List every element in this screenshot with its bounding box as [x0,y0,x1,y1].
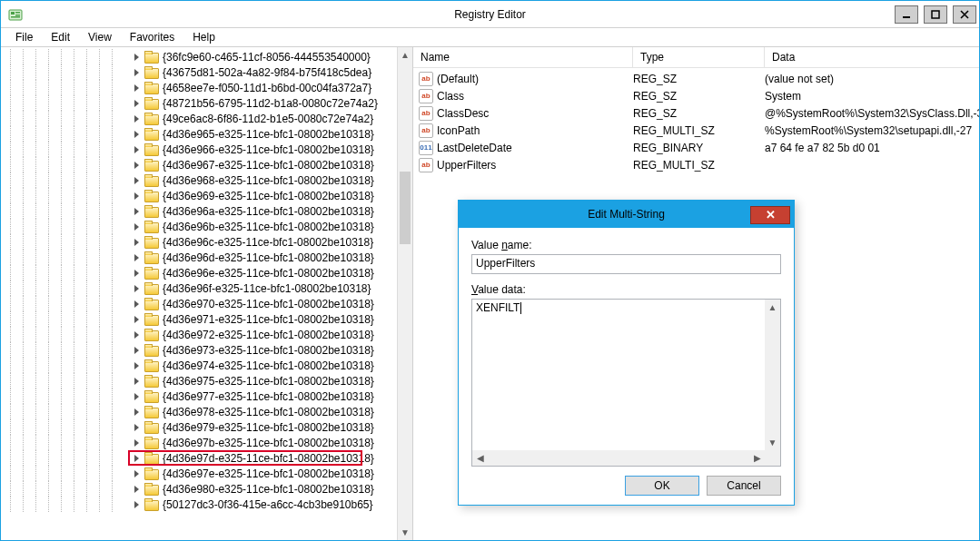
tree-expander-icon[interactable] [132,52,143,63]
tree-item[interactable]: {4d36e96a-e325-11ce-bfc1-08002be10318} [1,203,397,219]
tree-expander-icon[interactable] [132,129,143,140]
tree-item[interactable]: {4d36e96f-e325-11ce-bfc1-08002be10318} [1,280,397,296]
minimize-button[interactable] [895,5,918,24]
tree-item[interactable]: {4d36e96c-e325-11ce-bfc1-08002be10318} [1,234,397,250]
tree-item[interactable]: {4d36e970-e325-11ce-bfc1-08002be10318} [1,296,397,311]
value-row[interactable]: abClassDescREG_SZ@%SystemRoot%\System32\… [413,104,979,122]
tree-item[interactable]: {4d36e968-e325-11ce-bfc1-08002be10318} [1,172,397,188]
tree-item[interactable]: {4d36e96e-e325-11ce-bfc1-08002be10318} [1,265,397,280]
tree-expander-icon[interactable] [132,160,143,171]
folder-icon [144,329,159,341]
tree-expander-icon[interactable] [132,314,143,325]
tree-expander-icon[interactable] [132,83,143,93]
tree-expander-icon[interactable] [132,113,143,124]
value-row[interactable]: abUpperFiltersREG_MULTI_SZ [413,156,979,173]
tree-expander-icon[interactable] [132,206,143,217]
tree-item-label: {4d36e979-e325-11ce-bfc1-08002be10318} [163,421,374,434]
tree-item[interactable]: {4d36e980-e325-11ce-bfc1-08002be10318} [1,481,397,497]
tree-item[interactable]: {4d36e972-e325-11ce-bfc1-08002be10318} [1,327,397,342]
menu-favorites[interactable]: Favorites [123,29,182,45]
tree-expander-icon[interactable] [132,67,143,78]
tree-item[interactable]: {4d36e97e-e325-11ce-bfc1-08002be10318} [1,466,397,481]
textarea-vscrollbar[interactable]: ▲ ▼ [765,300,780,450]
scroll-down-icon[interactable]: ▼ [765,435,780,450]
tree-expander-icon[interactable] [132,422,143,433]
tree-expander-icon[interactable] [132,391,143,402]
value-data: System [765,90,979,103]
tree-item-label: {4d36e973-e325-11ce-bfc1-08002be10318} [163,344,374,357]
menu-view[interactable]: View [81,29,119,45]
tree-item[interactable]: {4d36e978-e325-11ce-bfc1-08002be10318} [1,404,397,419]
tree-pane: {36fc9e60-c465-11cf-8056-444553540000}{4… [1,47,413,540]
tree-expander-icon[interactable] [132,360,143,371]
tree-item[interactable]: {4d36e97d-e325-11ce-bfc1-08002be10318} [1,450,397,466]
tree-expander-icon[interactable] [132,345,143,356]
tree-expander-icon[interactable] [132,144,143,155]
tree-expander-icon[interactable] [132,283,143,294]
scroll-up-icon[interactable]: ▲ [765,300,780,315]
valuename-input[interactable]: UpperFilters [471,254,781,274]
tree-item[interactable]: {4d36e969-e325-11ce-bfc1-08002be10318} [1,188,397,203]
value-row[interactable]: 011LastDeleteDateREG_BINARYa7 64 fe a7 8… [413,139,979,156]
valuedata-textarea[interactable]: XENFILT ▲ ▼ ◀ ▶ [471,299,781,467]
tree-item[interactable]: {4d36e967-e325-11ce-bfc1-08002be10318} [1,157,397,172]
menu-file[interactable]: File [8,29,40,45]
menu-edit[interactable]: Edit [44,29,77,45]
tree-expander-icon[interactable] [132,330,143,340]
tree-expander-icon[interactable] [132,484,143,495]
tree-item[interactable]: {48721b56-6795-11d2-b1a8-0080c72e74a2} [1,95,397,111]
dialog-titlebar[interactable]: Edit Multi-String ✕ [459,201,794,228]
value-row[interactable]: ab(Default)REG_SZ(value not set) [413,70,979,87]
tree-item[interactable]: {4d36e966-e325-11ce-bfc1-08002be10318} [1,142,397,157]
tree-expander-icon[interactable] [132,191,143,202]
tree-item[interactable]: {4d36e973-e325-11ce-bfc1-08002be10318} [1,342,397,358]
tree-expander-icon[interactable] [132,268,143,279]
tree-expander-icon[interactable] [132,98,143,109]
tree-expander-icon[interactable] [132,438,143,448]
tree-expander-icon[interactable] [132,221,143,232]
tree-expander-icon[interactable] [132,175,143,186]
tree-item[interactable]: {4d36e96d-e325-11ce-bfc1-08002be10318} [1,250,397,265]
tree-item[interactable]: {43675d81-502a-4a82-9f84-b75f418c5dea} [1,64,397,80]
scroll-up-icon[interactable]: ▲ [398,47,412,63]
column-data[interactable]: Data [765,47,979,67]
tree-expander-icon[interactable] [132,468,143,479]
tree-expander-icon[interactable] [132,252,143,263]
tree-item[interactable]: {4d36e979-e325-11ce-bfc1-08002be10318} [1,419,397,435]
value-row[interactable]: abClassREG_SZSystem [413,87,979,104]
close-button[interactable] [953,5,976,24]
tree-item[interactable]: {4d36e975-e325-11ce-bfc1-08002be10318} [1,373,397,389]
tree-item[interactable]: {4d36e974-e325-11ce-bfc1-08002be10318} [1,358,397,373]
tree-item[interactable]: {4d36e965-e325-11ce-bfc1-08002be10318} [1,126,397,142]
tree-scrollbar[interactable]: ▲ ▼ [397,47,412,540]
scroll-down-icon[interactable]: ▼ [398,525,412,540]
scroll-left-icon[interactable]: ◀ [472,450,488,466]
cancel-button[interactable]: Cancel [707,476,781,496]
tree-item[interactable]: {49ce6ac8-6f86-11d2-b1e5-0080c72e74a2} [1,111,397,126]
tree-item[interactable]: {50127dc3-0f36-415e-a6cc-4cb3be910b65} [1,497,397,512]
value-row[interactable]: abIconPathREG_MULTI_SZ%SystemRoot%\Syste… [413,122,979,139]
tree-expander-icon[interactable] [132,407,143,418]
tree-item-label: {4d36e97e-e325-11ce-bfc1-08002be10318} [163,467,374,480]
tree-item[interactable]: {4d36e971-e325-11ce-bfc1-08002be10318} [1,311,397,327]
tree-expander-icon[interactable] [132,453,143,464]
textarea-hscrollbar[interactable]: ◀ ▶ [472,450,780,466]
menu-help[interactable]: Help [185,29,223,45]
column-name[interactable]: Name [413,47,633,67]
tree-item[interactable]: {4d36e977-e325-11ce-bfc1-08002be10318} [1,389,397,404]
tree-item[interactable]: {4658ee7e-f050-11d1-b6bd-00c04fa372a7} [1,80,397,95]
scroll-thumb[interactable] [400,172,411,244]
folder-icon [144,375,159,388]
scroll-right-icon[interactable]: ▶ [749,450,765,466]
maximize-button[interactable] [924,5,947,24]
tree-item[interactable]: {36fc9e60-c465-11cf-8056-444553540000} [1,49,397,64]
tree-expander-icon[interactable] [132,237,143,248]
tree-item-label: {4d36e974-e325-11ce-bfc1-08002be10318} [163,359,374,372]
tree-item[interactable]: {4d36e96b-e325-11ce-bfc1-08002be10318} [1,219,397,234]
tree-expander-icon[interactable] [132,299,143,310]
tree-expander-icon[interactable] [132,499,143,510]
ok-button[interactable]: OK [625,476,699,496]
column-type[interactable]: Type [633,47,765,67]
tree-expander-icon[interactable] [132,376,143,387]
tree-item[interactable]: {4d36e97b-e325-11ce-bfc1-08002be10318} [1,435,397,450]
